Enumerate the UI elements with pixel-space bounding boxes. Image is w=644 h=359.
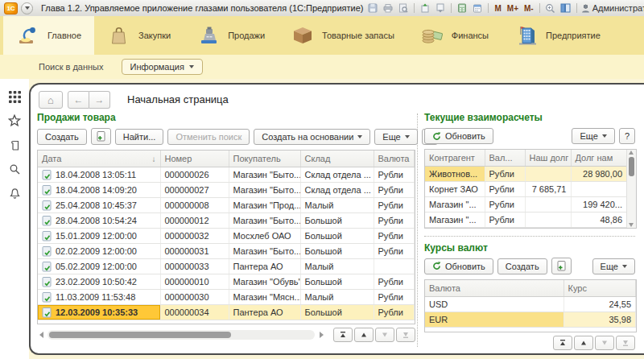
cell-customer[interactable]: Магазин "Прод... [229, 198, 300, 213]
cell-currency[interactable]: Рубли [485, 197, 525, 213]
tab-zakupki[interactable]: Закупки [94, 16, 184, 55]
cell-warehouse[interactable]: Большой [300, 244, 374, 259]
cell-customer[interactable]: Мосхлеб ОАО [229, 229, 300, 244]
cell-number[interactable]: 000000030 [160, 290, 229, 305]
home-button[interactable]: ⌂ [39, 91, 63, 109]
tab-predpriyatie[interactable]: Предприятие [502, 16, 613, 55]
cell-customer[interactable]: Магазин "Быто... [229, 244, 300, 259]
create-by-copy-button[interactable] [91, 128, 111, 145]
cell-contractor[interactable]: Корнет ЗАО [425, 182, 485, 197]
sales-table-row[interactable]: 05.02.2009 12:00:00 000000033 Пантера АО… [38, 259, 415, 274]
cell-number[interactable]: 000000010 [160, 274, 229, 290]
scroll-left-icon[interactable] [37, 331, 45, 339]
cell-customer[interactable]: Пантера АО [229, 259, 300, 274]
sales-table-row[interactable]: 02.02.2009 12:00:00 000000031 Магазин "Б… [38, 244, 415, 259]
column-header-date[interactable]: Дата↓ [38, 151, 160, 167]
sales-table-row[interactable]: 28.04.2008 10:54:24 000000012 Магазин "Б… [38, 213, 415, 229]
tab-tovarnye-zapasy[interactable]: Товарные запасы [278, 16, 407, 55]
memory-recall-button[interactable]: M [493, 4, 502, 13]
cell-currency[interactable] [374, 259, 415, 274]
cell-number[interactable]: 000000008 [160, 198, 229, 213]
cell-number[interactable]: 000000034 [160, 305, 229, 320]
zoom-icon[interactable] [544, 2, 557, 14]
cell-currency[interactable]: Рубли [485, 167, 525, 182]
cell-date[interactable]: 05.02.2009 12:00:00 [38, 259, 160, 274]
column-header-their-debt[interactable]: Долг нам [571, 150, 627, 167]
settlements-table-row[interactable]: Животнов... Рубли 28 980,00 [425, 167, 627, 182]
go-first-button[interactable] [553, 336, 572, 350]
cell-number[interactable]: 000000027 [160, 183, 229, 198]
create-button[interactable]: Создать [497, 258, 547, 274]
cell-currency[interactable]: Рубли [374, 167, 415, 183]
column-header-customer[interactable]: Покупатель [229, 151, 300, 167]
cell-currency[interactable]: Рубли [374, 198, 415, 213]
tab-glavnoe[interactable]: Главное [3, 16, 94, 55]
cell-their-debt[interactable]: 199 420... [571, 197, 627, 213]
vertical-scrollbar[interactable] [626, 150, 636, 228]
cell-date[interactable]: 12.03.2009 10:35:33 [38, 305, 160, 320]
cell-rate[interactable]: 24,55 [564, 297, 636, 312]
calendar-icon[interactable] [471, 2, 484, 14]
cell-currency[interactable]: EUR [425, 312, 564, 328]
go-next-button[interactable] [375, 328, 394, 342]
vertical-splitter[interactable] [417, 113, 418, 347]
sales-table-row[interactable]: 23.02.2009 10:50:42 000000010 Магазин "О… [38, 274, 415, 290]
cell-date[interactable]: 11.03.2009 11:53:48 [38, 290, 160, 305]
cell-warehouse[interactable]: Малый [300, 259, 374, 274]
current-user[interactable]: Администратор [581, 3, 644, 13]
column-header-rate[interactable]: Курс [564, 280, 636, 297]
create-button[interactable]: Создать [37, 129, 87, 145]
cell-warehouse[interactable]: Склад отдела ... [300, 183, 374, 198]
cell-contractor[interactable]: Животнов... [425, 167, 485, 182]
cell-currency[interactable]: Рубли [485, 182, 525, 197]
cell-date[interactable]: 15.01.2009 12:00:00 [38, 229, 160, 244]
tab-prodazhi[interactable]: Продажи [184, 16, 278, 55]
more-button[interactable]: Еще [592, 258, 635, 274]
go-next-button[interactable] [595, 336, 614, 350]
cell-warehouse[interactable]: Малый [300, 290, 374, 305]
cell-our-debt[interactable] [525, 213, 571, 228]
cell-customer[interactable]: Магазин "Мясн... [229, 290, 300, 305]
create-based-on-button[interactable]: Создать на основании [254, 129, 370, 145]
notifications-bell-icon[interactable] [7, 186, 22, 200]
cell-number[interactable]: 000000033 [160, 259, 229, 274]
cell-currency[interactable]: Рубли [374, 183, 415, 198]
rates-table-row[interactable]: USD 24,55 [425, 297, 636, 312]
favorites-star-icon[interactable] [7, 113, 22, 128]
memory-add-button[interactable]: M+ [506, 4, 520, 13]
tab-finansy[interactable]: Финансы [407, 16, 502, 55]
sales-table-row[interactable]: 15.01.2009 12:00:00 000000032 Мосхлеб ОА… [38, 229, 415, 244]
column-header-currency[interactable]: Вал... [485, 150, 525, 167]
refresh-button[interactable]: Обновить [424, 128, 493, 144]
back-button[interactable]: ← [68, 91, 89, 109]
create-by-copy-button[interactable] [551, 258, 572, 274]
horizontal-scrollbar[interactable] [47, 330, 315, 340]
cell-rate[interactable]: 35,98 [564, 312, 636, 328]
scroll-right-icon[interactable] [317, 331, 325, 339]
cell-warehouse[interactable]: Большой [300, 305, 374, 320]
cell-date[interactable]: 18.04.2008 14:09:20 [38, 183, 160, 198]
memory-subtract-button[interactable]: M- [522, 4, 535, 13]
cell-currency[interactable]: Рубли [374, 274, 415, 290]
cell-date[interactable]: 28.04.2008 10:54:24 [38, 213, 160, 229]
cell-number[interactable]: 000000012 [160, 213, 229, 229]
help-button[interactable]: ? [619, 128, 635, 144]
panels-icon[interactable] [559, 2, 572, 14]
cell-customer[interactable]: Магазин "Быто... [229, 183, 300, 198]
system-menu-button[interactable] [21, 2, 33, 14]
horizontal-splitter[interactable] [424, 236, 635, 237]
cell-our-debt[interactable]: 7 685,71 [525, 182, 571, 197]
calculator-icon[interactable] [456, 2, 469, 14]
cell-warehouse[interactable]: Склад отдела ... [300, 167, 374, 183]
cell-currency[interactable]: Рубли [374, 229, 415, 244]
column-header-number[interactable]: Номер [160, 151, 229, 167]
scroll-thumb[interactable] [49, 332, 231, 338]
settlements-table-row[interactable]: Магазин "... Рубли 48,86 [425, 213, 627, 228]
history-icon[interactable] [7, 138, 22, 152]
cell-date[interactable]: 25.04.2008 10:45:37 [38, 198, 160, 213]
search-icon[interactable] [7, 162, 22, 176]
go-last-button[interactable] [616, 336, 635, 350]
print-preview-icon[interactable] [397, 2, 410, 14]
settlements-table-row[interactable]: Магазин "... Рубли 199 420... [425, 197, 627, 213]
cell-customer[interactable]: Пантера АО [229, 305, 300, 320]
